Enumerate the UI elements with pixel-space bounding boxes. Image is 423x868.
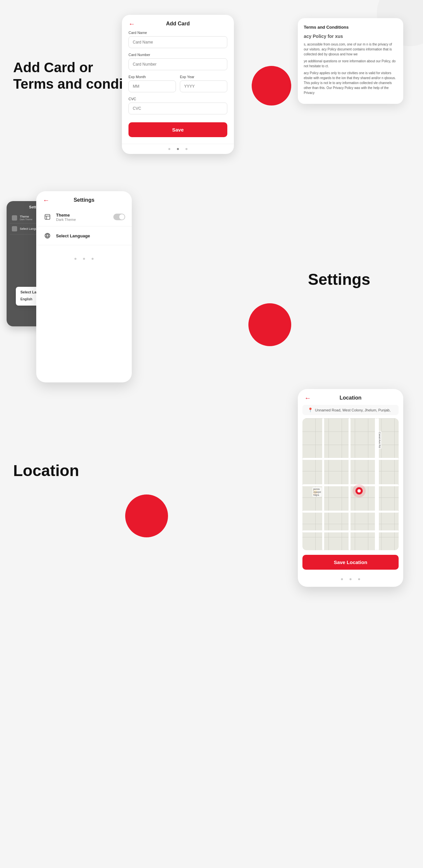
map-road-h4: [302, 530, 399, 532]
settings-header: ← Settings: [36, 191, 132, 208]
settings-language-content: Select Language: [56, 234, 125, 238]
map-road-h3: [302, 510, 399, 513]
map-mosque-area: 🕌 jamia masjid hajra: [312, 489, 318, 495]
svg-point-1: [45, 234, 50, 238]
map-road-v2: [349, 418, 351, 550]
sbh-theme-sub: Dark Theme: [20, 218, 32, 221]
add-card-save-button[interactable]: Save: [128, 122, 227, 137]
settings-language-row[interactable]: Select Language: [36, 226, 132, 245]
settings-theme-row: Theme Dark Theme: [36, 208, 132, 226]
exp-year-group: Exp Year: [180, 75, 227, 92]
settings-title: Settings: [73, 197, 94, 203]
exp-month-label: Exp Month: [128, 75, 176, 79]
card-number-group: Card Number: [128, 53, 227, 70]
lp-footer-dot-3: [358, 578, 360, 580]
section3-label: Location: [13, 462, 79, 480]
exp-row: Exp Month Exp Year: [128, 75, 227, 97]
terms-card: Terms and Conditions acy Policy for xus …: [298, 18, 403, 104]
add-card-footer: [122, 144, 234, 154]
map-road-h2: [302, 484, 399, 486]
red-decorative-circle-2: [249, 303, 291, 346]
sbh-lang-icon: [12, 226, 17, 231]
map-location-pin: [353, 484, 366, 497]
footer-dot-1: [168, 148, 170, 150]
section2-label: Settings: [308, 270, 370, 288]
footer-dot-3: [186, 148, 188, 150]
cvc-label: CVC: [128, 97, 227, 101]
card-number-label: Card Number: [128, 53, 227, 57]
exp-month-input[interactable]: [128, 81, 176, 92]
settings-phone-front: ← Settings Theme Dark Theme: [36, 191, 132, 382]
exp-year-input[interactable]: [180, 81, 227, 92]
location-header: ← Location: [298, 389, 403, 405]
red-decorative-circle-1: [252, 66, 291, 105]
map-road-h1: [302, 458, 399, 460]
cvc-input[interactable]: [128, 102, 227, 114]
terms-title: Terms and Conditions: [304, 25, 397, 30]
settings-theme-title: Theme: [56, 213, 113, 218]
card-name-input[interactable]: [128, 36, 227, 48]
settings-footer-dot-3: [92, 258, 94, 260]
add-card-body: Card Name Card Number Exp Month Exp Year…: [122, 31, 234, 144]
location-address-text: Unnamed Road, West Colony, Jhelum, Punja…: [315, 408, 391, 412]
settings-theme-icon: [43, 212, 52, 221]
settings-footer: [36, 252, 132, 266]
location-address-bar: 📍 Unnamed Road, West Colony, Jhelum, Pun…: [302, 405, 399, 415]
terms-para-2: ye additional questions or nore informat…: [304, 59, 397, 68]
map-road-label-1: Canal Ave Rd: [378, 431, 382, 449]
settings-back-button[interactable]: ←: [43, 196, 50, 204]
map-pin-dot: [355, 487, 363, 495]
section-settings: Settings Settings Theme Dark Theme Selec…: [0, 191, 423, 382]
add-card-header: ← Add Card: [122, 15, 234, 31]
sbh-theme-icon: [12, 215, 17, 221]
map-mosque-label: jamia masjid hajra: [312, 487, 322, 497]
card-name-group: Card Name: [128, 31, 227, 48]
cvc-group: CVC: [128, 97, 227, 114]
settings-language-icon: [43, 231, 52, 240]
theme-toggle[interactable]: [113, 214, 125, 220]
map-container[interactable]: Canal Ave Rd 🕌 jamia masjid hajra: [302, 418, 399, 550]
section-add-card: Add Card or Terms and condition Terms an…: [0, 0, 423, 191]
save-location-button[interactable]: Save Location: [302, 555, 399, 570]
location-phone: ← Location 📍 Unnamed Road, West Colony, …: [298, 389, 403, 587]
terms-heading: acy Policy for xus: [304, 33, 397, 40]
section-location: Location ← Location 📍 Unnamed Road, West…: [0, 382, 423, 600]
terms-para-1: s, accessible from oxus.com, one of our …: [304, 42, 397, 57]
settings-footer-dot-2: [83, 258, 85, 260]
settings-language-title: Select Language: [56, 234, 125, 238]
sbh-theme-text: Theme: [20, 215, 32, 218]
settings-theme-subtitle: Dark Theme: [56, 218, 113, 221]
add-card-modal: ← Add Card Card Name Card Number Exp Mon…: [122, 15, 234, 154]
card-number-input[interactable]: [128, 58, 227, 70]
lp-footer-dot-1: [341, 578, 343, 580]
location-title: Location: [340, 395, 362, 401]
lp-footer-dot-2: [350, 578, 352, 580]
footer-dot-2: [177, 148, 179, 150]
svg-rect-0: [45, 215, 50, 220]
add-card-title: Add Card: [166, 21, 190, 27]
terms-text: acy Policy for xus s, accessible from ox…: [304, 33, 397, 95]
location-address-icon: 📍: [308, 407, 313, 412]
red-decorative-circle-3: [125, 495, 168, 537]
map-pin-inner: [357, 489, 361, 493]
exp-month-group: Exp Month: [128, 75, 176, 92]
terms-para-3: acy Policy applies only to our ctivities…: [304, 70, 397, 95]
location-back-button[interactable]: ←: [304, 394, 311, 402]
card-name-label: Card Name: [128, 31, 227, 35]
settings-theme-content: Theme Dark Theme: [56, 213, 113, 221]
location-footer: [298, 574, 403, 584]
exp-year-label: Exp Year: [180, 75, 227, 79]
map-road-v1: [322, 418, 324, 550]
settings-footer-dot-1: [74, 258, 76, 260]
add-card-back-button[interactable]: ←: [128, 20, 135, 28]
